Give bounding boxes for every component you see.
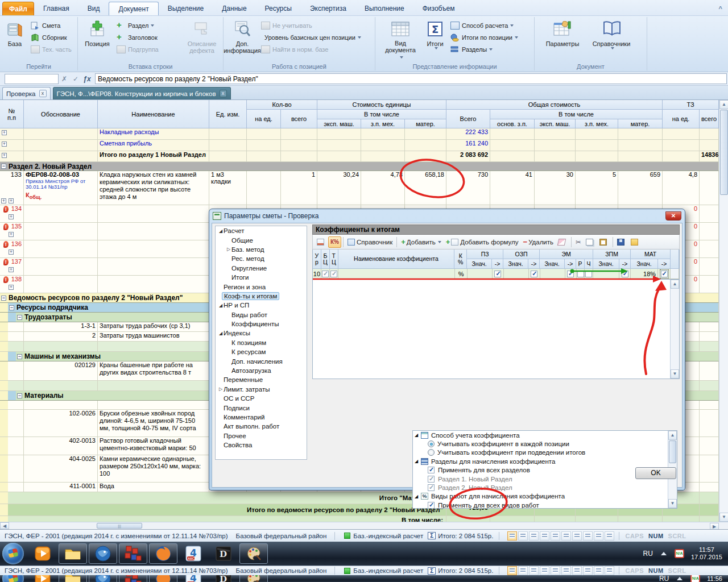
grid-cell[interactable]: !136+ — [0, 240, 24, 258]
dialog-tree-item-20[interactable]: Подписи — [216, 403, 307, 412]
expand-icon[interactable]: + — [1, 198, 6, 203]
expand-icon[interactable]: + — [9, 267, 14, 272]
collapse-icon[interactable]: − — [17, 315, 22, 320]
grid-cell[interactable]: 102-0026 — [24, 410, 98, 437]
expand-icon[interactable]: + — [2, 153, 7, 158]
ribbon-tab-8[interactable]: Выполнение — [355, 2, 413, 15]
coefficient-card-icon[interactable] — [315, 236, 328, 248]
expand-icon[interactable]: + — [2, 142, 7, 147]
grid-cell[interactable] — [247, 151, 281, 162]
grid-cell[interactable] — [663, 516, 700, 522]
collapse-icon[interactable]: − — [17, 354, 22, 359]
grid-cell[interactable] — [98, 205, 209, 223]
grid-cell[interactable]: 133++ — [0, 171, 24, 205]
thunderbird-icon[interactable] — [89, 575, 117, 582]
wmp-icon[interactable] — [28, 575, 57, 582]
explorer-icon[interactable] — [59, 543, 87, 564]
grid-cell[interactable] — [24, 140, 98, 151]
grid-cell[interactable]: 2 — [24, 332, 98, 342]
grid-cell[interactable]: 411-0001 — [24, 483, 98, 492]
fx-icon[interactable]: ƒx — [81, 75, 93, 83]
mat-value-cell[interactable]: 18% — [631, 269, 658, 279]
grid-cell[interactable] — [0, 381, 24, 391]
bc-checkbox[interactable] — [322, 271, 329, 277]
scrollbar-thumb[interactable]: ||| — [97, 523, 142, 529]
ribbon-tab-6[interactable]: Ресурсы — [256, 2, 301, 15]
vid-dokumenta-button[interactable]: Вид документа — [383, 18, 417, 60]
grid-cell[interactable] — [490, 128, 535, 140]
status-tool-icon-8[interactable] — [583, 566, 593, 575]
grid-cell[interactable] — [700, 171, 719, 205]
cut-icon[interactable]: ✂ — [573, 236, 584, 248]
grid-cell[interactable] — [24, 205, 98, 223]
grid-cell[interactable] — [700, 437, 719, 455]
dialog-tree-item-24[interactable]: Свойства — [216, 440, 307, 450]
collapse-icon[interactable]: − — [1, 296, 6, 301]
grid-cell[interactable] — [618, 140, 663, 151]
radio-icon[interactable] — [428, 449, 435, 456]
grid-cell[interactable]: + — [0, 151, 24, 162]
grid-cell[interactable] — [361, 128, 405, 140]
grid-cell[interactable] — [700, 401, 719, 410]
radio-icon[interactable] — [428, 440, 435, 447]
cancel-icon[interactable]: ✗ — [59, 75, 70, 83]
grid-cell[interactable] — [405, 151, 446, 162]
table-row[interactable]: В том числе: — [0, 516, 719, 522]
abbyy-icon[interactable]: 4ABC — [179, 575, 208, 582]
grid-cell[interactable]: 020129 — [24, 361, 98, 381]
grid-cell[interactable] — [0, 401, 24, 410]
grid-cell[interactable] — [700, 240, 719, 258]
status-tool-icon-9[interactable] — [594, 531, 603, 541]
grid-cell[interactable] — [24, 240, 98, 258]
em-apply-checkbox[interactable] — [567, 271, 574, 277]
grid-cell[interactable] — [576, 516, 618, 522]
close-icon[interactable]: x — [39, 90, 47, 97]
add-button[interactable]: +Добавить — [399, 236, 443, 248]
dialog-title-bar[interactable]: Параметры сметы - Проверка ✕ — [209, 209, 685, 223]
paint-app-icon[interactable] — [239, 575, 268, 582]
name-box[interactable] — [5, 74, 59, 84]
grid-cell[interactable] — [700, 483, 719, 492]
accept-icon[interactable]: ✓ — [70, 75, 81, 83]
grid-cell[interactable] — [700, 516, 719, 522]
dialog-tree-item-10[interactable]: Виды работ — [216, 310, 307, 319]
status-tool-icon-7[interactable] — [572, 566, 582, 575]
grid-cell[interactable]: 4,73 — [361, 171, 405, 205]
spravochniki-button[interactable]: Справочники — [589, 18, 634, 60]
grid-cell[interactable]: Камни керамические одинарные, размером 2… — [98, 455, 209, 483]
grid-cell[interactable] — [700, 128, 719, 140]
grid-cell[interactable] — [98, 276, 209, 293]
grid-cell[interactable] — [24, 128, 98, 140]
radio-at-totals[interactable]: Учитывать коэффициент при подведении ито… — [413, 448, 677, 457]
open-icon[interactable] — [628, 236, 642, 248]
grid-cell[interactable] — [490, 140, 535, 151]
grid-cell[interactable]: + — [0, 128, 24, 140]
status-tool-icon-3[interactable] — [529, 566, 539, 575]
grid-cell[interactable]: 402-0013 — [24, 437, 98, 455]
grid-cell[interactable]: Кладка наружных стен из камней керамичес… — [98, 171, 209, 205]
grid-cell[interactable]: 730 — [446, 171, 490, 205]
dialog-tree-item-14[interactable]: К ресурсам — [216, 347, 307, 356]
grid-cell[interactable] — [361, 140, 405, 151]
start-button[interactable] — [2, 543, 24, 564]
expand-icon[interactable]: + — [9, 250, 14, 255]
tray-expand-icon[interactable] — [661, 552, 667, 555]
grid-cell[interactable] — [0, 332, 24, 342]
grid-cell[interactable] — [700, 342, 719, 352]
dialog-tree-item-5[interactable]: Округление — [216, 264, 307, 273]
copy-icon[interactable] — [584, 236, 597, 248]
ribbon-tab-5[interactable]: Данные — [213, 2, 255, 15]
scroll-up-icon[interactable]: ▲ — [719, 100, 728, 109]
check-all-work-types[interactable]: Применять для всех видов работ — [413, 501, 677, 509]
grid-cell[interactable] — [700, 381, 719, 391]
vertical-scrollbar[interactable]: ▲ ▼ — [719, 100, 728, 522]
start-button[interactable] — [2, 575, 24, 582]
ribbon-tab-7[interactable]: Экспертиза — [301, 2, 355, 15]
expand-icon[interactable]: + — [9, 214, 14, 219]
dialog-tree-item-8[interactable]: Коэф-ты к итогам — [216, 292, 307, 301]
grid-cell[interactable] — [281, 140, 317, 151]
grid-cell[interactable]: 161 240 — [446, 140, 490, 151]
grid-cell[interactable] — [24, 401, 98, 410]
grid-cell[interactable] — [0, 361, 24, 381]
grid-cell[interactable] — [247, 140, 281, 151]
